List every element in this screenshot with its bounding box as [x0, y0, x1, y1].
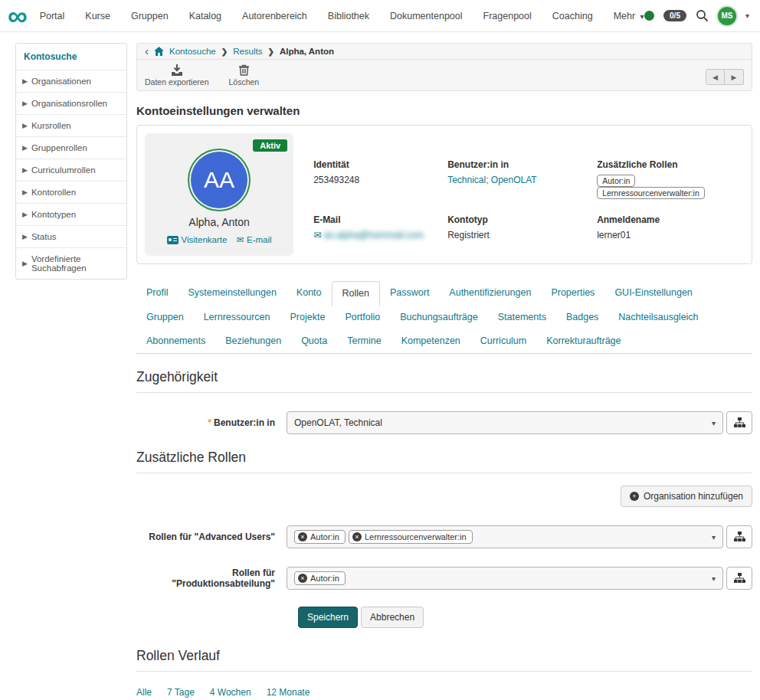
export-data-label: Daten exportieren: [145, 77, 208, 87]
sidebar-title[interactable]: Kontosuche: [16, 44, 126, 70]
tab-konto[interactable]: Konto: [287, 281, 332, 306]
breadcrumb-link-results[interactable]: Results: [233, 47, 262, 56]
nav-item-portal[interactable]: Portal: [40, 11, 65, 21]
chevron-right-icon: ▶: [22, 122, 28, 129]
tab-abonnements[interactable]: Abonnements: [136, 329, 215, 353]
roles-advanced-users-label: Rollen für "Advanced Users": [136, 532, 287, 542]
export-data-button[interactable]: Daten exportieren: [145, 64, 208, 87]
top-navbar: ∞ Portal Kurse Gruppen Katalog Autorenbe…: [0, 0, 760, 32]
tab-korrekturauftraege[interactable]: Korrekturaufträge: [536, 329, 631, 353]
tab-projekte[interactable]: Projekte: [280, 306, 336, 329]
tab-gui-einstellungen[interactable]: GUI-Einstellungen: [604, 281, 702, 306]
cancel-button[interactable]: Abbrechen: [361, 607, 424, 628]
section-title-zugehoerigkeit: Zugehörigkeit: [136, 369, 752, 393]
sidebar-item-label: Kontorollen: [31, 188, 76, 197]
filter-alle[interactable]: Alle: [136, 687, 152, 700]
status-badge: Aktiv: [253, 139, 287, 152]
tab-properties[interactable]: Properties: [541, 281, 604, 306]
add-organisation-button[interactable]: + Organisation hinzufügen: [621, 486, 752, 507]
member-of-select[interactable]: OpenOLAT, Technical ▾: [287, 411, 723, 434]
email-address-redacted: an.alpha@hornmail.com: [324, 230, 424, 240]
tab-beziehungen[interactable]: Beziehungen: [215, 329, 291, 353]
save-button[interactable]: Speichern: [298, 607, 358, 628]
sidebar-item-kursrollen[interactable]: ▶ Kursrollen: [16, 114, 126, 136]
avatar[interactable]: MS: [718, 7, 736, 25]
tab-systemeinstellungen[interactable]: Systemeinstellungen: [178, 281, 286, 306]
org-tree-button[interactable]: [726, 411, 752, 434]
remove-circle-icon[interactable]: ×: [352, 532, 362, 541]
role-tag-lernressourcenverwalter[interactable]: × Lernressourcenverwalter:in: [349, 530, 473, 544]
nav-item-autorenbereich[interactable]: Autorenbereich: [242, 11, 307, 21]
nav-item-katalog[interactable]: Katalog: [189, 11, 221, 21]
roles-produktionsabteilung-select[interactable]: × Autor:in ▾: [287, 567, 723, 590]
roles-advanced-users-select[interactable]: × Autor:in × Lernressourcenverwalter:in …: [287, 525, 723, 548]
search-icon[interactable]: [696, 9, 709, 22]
tab-nachteilsausgleich[interactable]: Nachteilsausgleich: [608, 306, 708, 329]
nav-item-kurse[interactable]: Kurse: [85, 11, 110, 21]
tab-badges[interactable]: Badges: [556, 306, 608, 329]
nav-item-coaching[interactable]: Coaching: [552, 11, 593, 21]
tab-curriculum[interactable]: Curriculum: [470, 329, 536, 353]
tab-buchungsauftraege[interactable]: Buchungsaufträge: [390, 306, 487, 329]
nav-item-fragenpool[interactable]: Fragenpool: [483, 11, 532, 21]
email-value[interactable]: ✉ an.alpha@hornmail.com: [313, 230, 438, 240]
sidebar-item-status[interactable]: ▶ Status: [16, 225, 126, 247]
remove-circle-icon[interactable]: ×: [298, 532, 307, 541]
openolat-logo-icon[interactable]: ∞: [8, 2, 26, 30]
tab-passwort[interactable]: Passwort: [380, 281, 439, 306]
member-of-value[interactable]: Technical; OpenOLAT: [447, 175, 588, 185]
profile-name: Alpha, Anton: [152, 216, 286, 228]
add-organisation-label: Organisation hinzufügen: [644, 491, 743, 502]
session-count-badge[interactable]: 0/5: [663, 10, 686, 21]
sidebar-item-organisationsrollen[interactable]: ▶ Organisationsrollen: [16, 92, 126, 114]
sidebar-item-label: Gruppenrollen: [31, 143, 87, 152]
sidebar-item-vordefinierte-suchabfragen[interactable]: ▶ Vordefinierte Suchabfragen: [16, 247, 126, 279]
role-tag-label: Autor:in: [310, 532, 339, 541]
chevron-down-icon: ▾: [712, 574, 716, 583]
visitenkarte-link[interactable]: Visitenkarte: [167, 234, 228, 245]
filter-7-tage[interactable]: 7 Tage: [167, 687, 195, 700]
chevron-down-icon[interactable]: ▾: [745, 11, 749, 20]
role-tag-autor[interactable]: × Autor:in: [294, 571, 346, 585]
previous-record-button[interactable]: ◀: [706, 69, 725, 85]
tab-gruppen[interactable]: Gruppen: [136, 306, 194, 329]
tab-rollen[interactable]: Rollen: [332, 281, 380, 306]
mehr-label: Mehr: [614, 11, 635, 21]
sidebar-item-organisationen[interactable]: ▶ Organisationen: [16, 70, 126, 92]
tab-quota[interactable]: Quota: [291, 329, 337, 353]
profile-info-grid: Identität 253493248 Benutzer:in in Techn…: [313, 133, 744, 256]
nav-item-bibliothek[interactable]: Bibliothek: [328, 11, 369, 21]
nav-item-gruppen[interactable]: Gruppen: [131, 11, 169, 21]
org-tree-button[interactable]: [726, 525, 752, 548]
back-icon[interactable]: ‹: [145, 47, 149, 56]
chevron-down-icon: ▾: [712, 419, 716, 427]
role-tag-autor[interactable]: × Autor:in: [294, 530, 346, 544]
org-tree-button[interactable]: [726, 567, 752, 590]
filter-4-wochen[interactable]: 4 Wochen: [210, 687, 251, 700]
breadcrumb-link-kontosuche[interactable]: Kontosuche: [169, 47, 216, 56]
delete-button[interactable]: Löschen: [228, 64, 259, 87]
email-link[interactable]: ✉ E-mail: [236, 234, 271, 245]
visitenkarte-label: Visitenkarte: [182, 235, 228, 244]
tab-profil[interactable]: Profil: [136, 281, 178, 306]
tab-termine[interactable]: Termine: [337, 329, 391, 353]
tab-statements[interactable]: Statements: [488, 306, 556, 329]
nav-item-dokumentenpool[interactable]: Dokumentenpool: [390, 11, 463, 21]
tab-lernressourcen[interactable]: Lernressourcen: [194, 306, 280, 329]
next-record-button[interactable]: ▶: [725, 69, 744, 85]
nav-item-mehr[interactable]: Mehr ▾: [614, 11, 644, 21]
sidebar-item-gruppenrollen[interactable]: ▶ Gruppenrollen: [16, 136, 126, 159]
home-icon[interactable]: [154, 47, 164, 56]
sidebar-item-curriculumrollen[interactable]: ▶ Curriculumrollen: [16, 159, 126, 181]
chevron-right-icon: ▶: [22, 260, 28, 267]
envelope-icon: ✉: [236, 234, 244, 245]
remove-circle-icon[interactable]: ×: [298, 574, 307, 583]
tab-authentifizierungen[interactable]: Authentifizierungen: [439, 281, 541, 306]
sidebar-item-kontorollen[interactable]: ▶ Kontorollen: [16, 181, 126, 203]
tab-portfolio[interactable]: Portfolio: [335, 306, 390, 329]
filter-12-monate[interactable]: 12 Monate: [267, 687, 310, 700]
tab-kompetenzen[interactable]: Kompetenzen: [391, 329, 470, 353]
breadcrumb: ‹ Kontosuche ❯ Results ❯ Alpha, Anton: [137, 44, 752, 60]
trash-icon: [239, 64, 249, 76]
sidebar-item-kontotypen[interactable]: ▶ Kontotypen: [16, 203, 126, 225]
